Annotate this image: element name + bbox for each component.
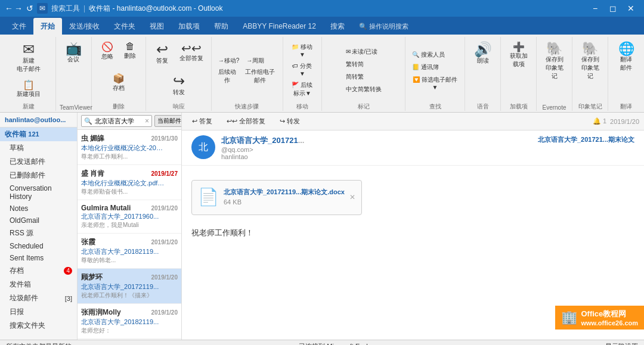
move-btn[interactable]: →移动?	[215, 55, 243, 66]
search-box[interactable]: 🔍 ×	[81, 115, 152, 127]
sender-avatar: 北	[191, 135, 215, 159]
email-item-3[interactable]: 张霞 2019/1/20 北京语言大学_20182119... 尊敬的韩老...	[78, 234, 181, 269]
sidebar-item-sent[interactable]: 已发送邮件	[0, 155, 77, 169]
tab-search-instructions[interactable]: 🔍 操作说明搜索	[352, 18, 416, 35]
reading-forward-btn[interactable]: ↪ 转发	[274, 115, 305, 128]
save-yinxiang-btn[interactable]: 🐘 保存到印象笔记	[576, 39, 604, 83]
followflag-btn[interactable]: 🚩 后续标示▼	[287, 79, 318, 100]
trad-simp-btn[interactable]: 繁转简	[343, 58, 367, 70]
category-btn[interactable]: 🏷 分类▼	[287, 60, 318, 79]
tab-folder[interactable]: 文件夹	[107, 18, 143, 35]
group-teamviewer-label: TeamViewer	[60, 103, 88, 111]
reading-header: 北 北京语言大学_201721... @qq.com> hanlintao 北京…	[182, 130, 644, 166]
sidebar-item-rss[interactable]: RSS 源	[0, 226, 77, 240]
restore-button[interactable]: ◻	[605, 2, 621, 14]
get-addins-label: 获取加载项	[509, 52, 528, 69]
forward-button[interactable]: ↪ 转发	[167, 71, 191, 100]
simp-trad-btn[interactable]: 简转繁	[343, 71, 367, 83]
search-people-btn[interactable]: 🔍 搜索人员	[409, 49, 448, 61]
attachment-box[interactable]: 📄 北京语言大学_20172119...期末论文.docx 64 KB ✕	[191, 180, 362, 215]
quicksteps-row1: →移动? →周期	[215, 55, 268, 66]
unread-read-btn[interactable]: ✉ 未读/已读	[343, 46, 381, 58]
attachment-close-icon[interactable]: ✕	[349, 192, 355, 203]
reading-toolbar: ↩ 答复 ↩↩ 全部答复 ↪ 转发 🔔 1 2019/1/20	[182, 113, 644, 130]
reading-reply-all-btn[interactable]: ↩↩ 全部答复	[221, 115, 271, 128]
sidebar-item-outbox[interactable]: 发件箱	[0, 278, 77, 291]
new-item-button[interactable]: 📋 新建项目	[13, 77, 45, 101]
move-dropdown-btn[interactable]: 📁 移动▼	[287, 41, 318, 60]
save-evernote-label: 保存到印象笔记	[544, 55, 564, 80]
email-item-0[interactable]: 虫 媚皞 2019/1/30 本地化行业概概况论文-20182... 尊老师工作…	[78, 130, 181, 165]
new-email-button[interactable]: ✉ 新建电子邮件	[13, 39, 45, 76]
archive-button[interactable]: 📦 存档	[108, 71, 129, 94]
email-preview-1: 尊老师勤奋领书...	[81, 188, 171, 196]
sidebar-item-scheduled[interactable]: Scheduled	[0, 240, 77, 252]
sidebar-item-conversation[interactable]: Conversation History	[0, 182, 77, 203]
save-evernote-btn[interactable]: 🐘 保存到印象笔记	[540, 39, 568, 83]
sidebar-item-archive[interactable]: 存档 4	[0, 264, 77, 278]
tab-start[interactable]: 开始	[33, 18, 62, 35]
minimize-button[interactable]: −	[587, 2, 603, 14]
current-folder-button[interactable]: 当前邮件...	[154, 115, 182, 127]
cn-convert-btn[interactable]: 中文简繁转换	[343, 83, 385, 95]
move-buttons: 📁 移动▼ 🏷 分类▼ 🚩 后续标示▼	[287, 37, 318, 101]
tab-plugins[interactable]: 加载项	[171, 18, 207, 35]
email-sender-1: 盛 肖肯 2019/1/27	[81, 169, 178, 179]
filter-email-btn[interactable]: 🔽 筛选电子邮件▼	[409, 74, 461, 92]
sidebar-item-oldgmail[interactable]: OldGmail	[0, 215, 77, 226]
address-book-btn[interactable]: 📒 通讯簿	[409, 61, 442, 73]
tab-file[interactable]: 文件	[5, 18, 33, 35]
status-display-settings[interactable]: 显示隐设置	[605, 342, 638, 345]
email-preview-3: 尊敬的韩老...	[81, 256, 171, 265]
email-item-1[interactable]: 盛 肖肯 2019/1/27 本地化行业概概况论文.pdf（机... 尊老师勤奋…	[78, 165, 181, 200]
ignore-button[interactable]: 🚫 忽略	[97, 39, 118, 63]
ribbon-tabs: 文件 开始 发送/接收 文件夹 视图 加载项 帮助 ABBYY FineRead…	[0, 17, 644, 35]
email-item-2[interactable]: Gulmira Mutali 2019/1/20 北京语言大学_20171960…	[78, 200, 181, 234]
email-item-5[interactable]: 张雨润Molly 2019/1/20 北京语言大学_20182119... 老师…	[78, 304, 181, 339]
sidebar-item-searchfolder[interactable]: 搜索文件夹	[0, 319, 77, 332]
tab-view[interactable]: 视图	[143, 18, 171, 35]
undo-icon[interactable]: ↺	[26, 4, 33, 13]
reply-button[interactable]: ↩ 答复	[150, 39, 174, 68]
search-input[interactable]	[95, 117, 143, 125]
followup-btn[interactable]: 后续动作	[215, 67, 240, 86]
tab-abbyy[interactable]: ABBYY FineReader 12	[236, 18, 323, 35]
archive-label: 存档	[113, 84, 125, 92]
reply-all-button[interactable]: ↩↩ 全部答复	[175, 39, 208, 66]
get-addins-btn[interactable]: ➕ 获取加载项	[504, 39, 532, 72]
email-item-4[interactable]: 顾梦环 2019/1/20 北京语言大学_20172119... 祝老师工作顺利…	[78, 269, 181, 304]
sidebar-item-junk[interactable]: 垃圾邮件 [3]	[0, 291, 77, 305]
reading-reply-btn[interactable]: ↩ 答复	[187, 115, 218, 128]
clear-search-button[interactable]: ×	[145, 117, 149, 125]
tab-send-receive[interactable]: 发送/接收	[62, 18, 107, 35]
sidebar-item-daily[interactable]: 日报	[0, 305, 77, 319]
email-sender-5: 张雨润Molly 2019/1/20	[81, 307, 178, 318]
tab-help[interactable]: 帮助	[207, 18, 236, 35]
back-icon[interactable]: ←	[5, 4, 13, 13]
delete-button[interactable]: 🗑 删除	[119, 39, 141, 62]
teamviewer-buttons: 📺 会议	[61, 37, 86, 103]
sidebar-item-draft[interactable]: 草稿	[0, 141, 77, 155]
translate-email-btn[interactable]: 🌐 翻译邮件	[614, 39, 639, 75]
reply-all-label: 全部答复	[179, 54, 203, 63]
forward-icon[interactable]: →	[14, 4, 23, 13]
sidebar-item-inbox[interactable]: 收件箱 121	[0, 128, 77, 141]
group-voice-label: 语音	[469, 101, 497, 111]
ignore-label: 忽略	[101, 52, 113, 61]
period-btn[interactable]: →周期	[243, 55, 267, 66]
sidebar-item-deleted[interactable]: 已删除邮件	[0, 169, 77, 182]
read-aloud-btn[interactable]: 🔊 朗读	[470, 39, 496, 68]
email-item-6[interactable]: 夏 雨蕾 2019/1/20 北京语言大学_20182119... 📎 附件: …	[78, 339, 181, 340]
title-bar: ← → ↺ ✉ 搜索工具 | 收件箱 - hanlintao@outlook.c…	[0, 0, 644, 17]
tab-search[interactable]: 搜索	[323, 18, 352, 35]
sender-name-2: Gulmira Mutali	[81, 204, 131, 212]
team-email-btn[interactable]: 工作组电子邮件	[241, 67, 279, 86]
email-preview-4: 祝老师工作顺利！《描来》	[81, 291, 171, 300]
watermark: 🏢 Office教程网 www.office26.com	[555, 306, 644, 330]
sidebar-item-sentitems[interactable]: Sent Items	[0, 252, 77, 264]
meeting-button[interactable]: 📺 会议	[61, 39, 86, 67]
email-subject-5: 北京语言大学_20182119...	[81, 318, 165, 327]
ribbon-group-teamviewer: 📺 会议 TeamViewer	[56, 37, 92, 111]
sidebar-item-notes[interactable]: Notes	[0, 203, 77, 215]
close-button[interactable]: ✕	[623, 2, 639, 14]
